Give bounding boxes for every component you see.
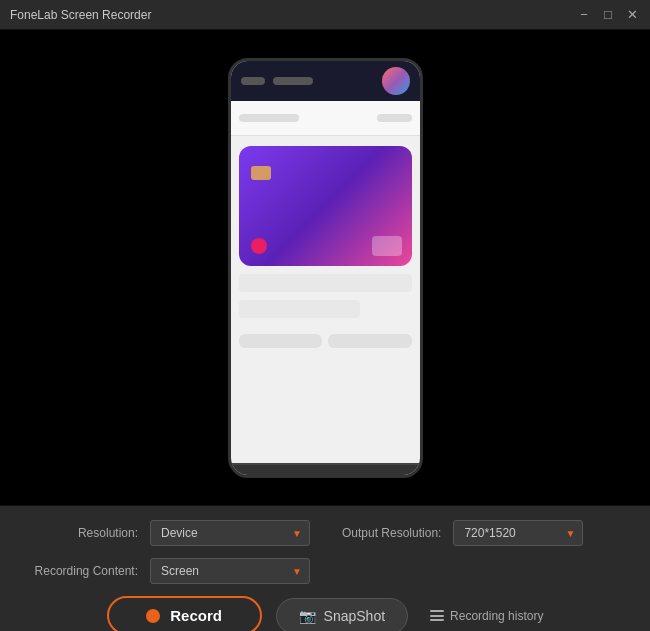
phone-card: [239, 146, 412, 266]
phone-notch: [231, 463, 420, 475]
phone-avatar: [382, 67, 410, 95]
bottom-pill-2: [328, 334, 412, 348]
resolution-select-wrapper: Device 720p 1080p 4K ▼: [150, 520, 310, 546]
list-item-1: [239, 274, 412, 292]
card-chip: [251, 166, 271, 180]
minimize-button[interactable]: −: [576, 7, 592, 23]
buttons-row: Record 📷 SnapShot Recording history: [18, 596, 632, 631]
recording-content-select[interactable]: Screen Front Camera Rear Camera: [150, 558, 310, 584]
phone-header: [231, 61, 420, 101]
phone-header-element2: [273, 77, 313, 85]
phone-header-element: [241, 77, 265, 85]
phone-bottom-items: [231, 334, 420, 348]
snapshot-label: SnapShot: [324, 608, 386, 624]
record-label: Record: [170, 607, 222, 624]
title-bar: FoneLab Screen Recorder − □ ✕: [0, 0, 650, 30]
record-dot-icon: [146, 609, 160, 623]
controls-row-2: Recording Content: Screen Front Camera R…: [18, 558, 632, 584]
window-controls: − □ ✕: [576, 7, 640, 23]
output-resolution-select-wrapper: 720*1520 1080*2340 480*854 ▼: [453, 520, 583, 546]
output-resolution-select[interactable]: 720*1520 1080*2340 480*854: [453, 520, 583, 546]
menu-line-1: [430, 610, 444, 612]
menu-line-2: [430, 615, 444, 617]
phone-status-icons: [377, 114, 412, 122]
output-resolution-label: Output Resolution:: [342, 526, 441, 540]
preview-area: [0, 30, 650, 505]
card-heart: [251, 238, 267, 254]
snapshot-button[interactable]: 📷 SnapShot: [276, 598, 409, 632]
recording-content-label: Recording Content:: [18, 564, 138, 578]
phone-status-text: [239, 114, 299, 122]
phone-status-bar: [231, 101, 420, 136]
resolution-label: Resolution:: [18, 526, 138, 540]
record-button[interactable]: Record: [107, 596, 262, 631]
phone-frame: [228, 58, 423, 478]
list-item-2: [239, 300, 360, 318]
resolution-select[interactable]: Device 720p 1080p 4K: [150, 520, 310, 546]
recording-history-button[interactable]: Recording history: [430, 609, 543, 623]
app-title: FoneLab Screen Recorder: [10, 8, 151, 22]
menu-icon: [430, 610, 444, 621]
phone-card-area: [231, 136, 420, 328]
recording-content-select-wrapper: Screen Front Camera Rear Camera ▼: [150, 558, 310, 584]
menu-line-3: [430, 619, 444, 621]
bottom-pill-1: [239, 334, 323, 348]
recording-history-label: Recording history: [450, 609, 543, 623]
maximize-button[interactable]: □: [600, 7, 616, 23]
close-button[interactable]: ✕: [624, 7, 640, 23]
camera-icon: 📷: [299, 608, 316, 624]
phone-screen: [231, 61, 420, 475]
controls-area: Resolution: Device 720p 1080p 4K ▼ Outpu…: [0, 505, 650, 631]
controls-row-1: Resolution: Device 720p 1080p 4K ▼ Outpu…: [18, 520, 632, 546]
